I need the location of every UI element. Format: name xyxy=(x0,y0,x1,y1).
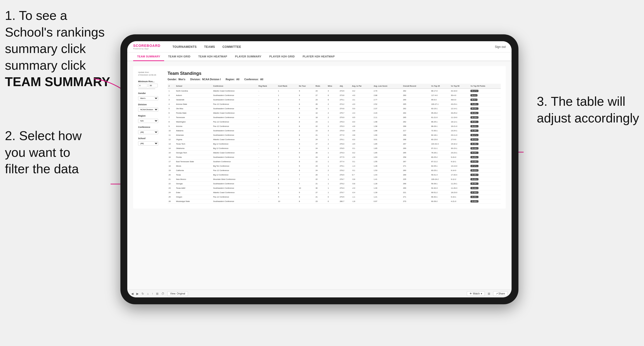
share-button[interactable]: ↗ Share xyxy=(493,291,508,296)
school-cell: Ole Miss xyxy=(175,107,212,111)
avg-low-cell: 2.37 xyxy=(373,107,402,111)
avg-par-cell: -5.1 xyxy=(351,168,372,173)
reg-rank-cell: - xyxy=(258,93,277,98)
subnav-player-h2h-heatmap[interactable]: PLAYER H2H HEATMAP xyxy=(299,52,339,61)
wins-cell: 2 xyxy=(327,124,338,129)
instruction-3-line2: adjust accordingly xyxy=(537,111,639,125)
rank-cell: 6 xyxy=(168,111,175,115)
conference-cell: Southeastern Conference xyxy=(212,98,258,102)
overall-cell: 260 xyxy=(402,93,430,98)
nav-tournaments[interactable]: TOURNAMENTS xyxy=(172,44,197,50)
points-cell: 53-18-0 xyxy=(470,146,501,151)
filter-conference-select[interactable]: (All) xyxy=(138,130,158,134)
reg-rank-cell: - xyxy=(258,124,277,129)
subnav-player-summary[interactable]: PLAYER SUMMARY xyxy=(231,52,265,61)
conference-cell: Big 12 Conference xyxy=(212,173,258,177)
adj-cell: 275.1 xyxy=(338,98,351,102)
adj-cell: 277.4 xyxy=(338,160,351,164)
avg-par-cell: -6.2 xyxy=(351,89,372,93)
conf-rank-cell: 1 xyxy=(277,102,298,107)
vs25-cell: 59-41-4 xyxy=(430,173,450,177)
no-tour-cell: 7 xyxy=(298,177,315,181)
no-tour-cell: 4 xyxy=(298,146,315,151)
reg-rank-cell: - xyxy=(258,155,277,160)
overall-cell: 268 xyxy=(402,124,430,129)
filter-region-select[interactable]: N/A xyxy=(138,119,158,123)
toolbar-share-small-icon[interactable]: ↑ xyxy=(152,292,153,296)
vs25-cell: 88-26-1 xyxy=(430,124,450,129)
school-cell: North Carolina xyxy=(175,89,212,93)
avg-par-cell: -1.8 xyxy=(351,199,372,204)
avg-low-cell: 1.86 xyxy=(373,129,402,133)
view-original-button[interactable]: View: Original xyxy=(167,291,188,296)
school-cell: Georgia Tech xyxy=(175,151,212,155)
toolbar-copy-icon[interactable]: ⊞ xyxy=(156,292,158,296)
filter-gender-label: Gender xyxy=(138,92,163,94)
table-row: 12VirginiaAtlantic Coast Conference-3824… xyxy=(168,137,501,142)
conf-rank-cell: 5 xyxy=(277,129,298,133)
rank-cell: 23 xyxy=(168,186,175,190)
rnds-cell: 23 xyxy=(314,164,327,168)
conference-cell: Southeastern Conference xyxy=(212,129,258,133)
wins-cell: 1 xyxy=(327,120,338,124)
toolbar-forward-icon[interactable]: ▶ xyxy=(136,292,138,296)
conf-rank-cell: 3 xyxy=(277,137,298,142)
avg-low-cell: 1.21 xyxy=(373,195,402,199)
vs25-cell: 87-21-2 xyxy=(430,160,450,164)
filter-gender-select[interactable]: Men's xyxy=(138,96,158,100)
vs50-cell: 30-4-0 xyxy=(450,93,470,98)
toolbar-home-icon[interactable]: ⌂ xyxy=(147,292,149,296)
content-area: Update time: 27/03/2024 16:56:26 Minimum… xyxy=(133,66,506,209)
filter-school-select[interactable]: (All) xyxy=(138,141,158,146)
overall-cell: 265 xyxy=(402,151,430,155)
toolbar-clock-icon[interactable]: ⏱ xyxy=(162,292,164,296)
sign-out-link[interactable]: Sign out xyxy=(495,45,506,49)
wins-cell: 1 xyxy=(327,133,338,137)
rank-cell: 7 xyxy=(168,115,175,120)
vs25-cell: 86-25-1 xyxy=(430,120,450,124)
subnav-team-h2h-heatmap[interactable]: TEAM H2H HEATMAP xyxy=(194,52,231,61)
rnds-cell: 18 xyxy=(314,107,327,111)
wins-cell: 2 xyxy=(327,168,338,173)
avg-par-cell: -1.1 xyxy=(351,195,372,199)
gender-value: Men's xyxy=(178,78,185,81)
rank-cell: 24 xyxy=(168,190,175,195)
conf-rank-cell: 6 xyxy=(277,133,298,137)
filter-max-input[interactable] xyxy=(148,84,158,87)
vs50-cell: 17-9-0 xyxy=(450,137,470,142)
reg-rank-cell: - xyxy=(258,142,277,146)
subnav-team-summary[interactable]: TEAM SUMMARY xyxy=(133,52,164,61)
subnav-team-h2h-grid[interactable]: TEAM H2H GRID xyxy=(164,52,194,61)
points-cell: 40-38-2 xyxy=(470,142,501,146)
nav-teams[interactable]: TEAMS xyxy=(204,44,215,50)
filter-division-select[interactable]: NCAA Division I xyxy=(138,108,158,112)
school-cell: Florida State xyxy=(175,111,212,115)
watch-button[interactable]: 👁 Watch ▾ xyxy=(467,291,485,296)
table-header-row: # School Conference Reg Rank Conf Rank N… xyxy=(168,84,501,89)
toolbar-back-icon[interactable]: ◀ xyxy=(131,292,134,296)
rank-cell: 15 xyxy=(168,151,175,155)
overall-cell: 258 xyxy=(402,155,430,160)
avg-par-cell: -9.5 xyxy=(351,115,372,120)
toolbar-refresh-icon[interactable]: ↻ xyxy=(142,292,144,296)
nav-committee[interactable]: COMMITTEE xyxy=(222,44,241,50)
table-row: 4Arizona StatePac-12 Conference-18262274… xyxy=(168,102,501,107)
adj-cell: 279.2 xyxy=(338,181,351,186)
points-cell: 33-38-4 xyxy=(470,173,501,177)
filter-slider[interactable] xyxy=(138,88,155,89)
avg-low-cell: 2.88 xyxy=(373,93,402,98)
points-cell: 60-29-2 xyxy=(470,111,501,115)
subnav-player-h2h-grid[interactable]: PLAYER H2H GRID xyxy=(265,52,299,61)
points-cell: 33-44-3 xyxy=(470,186,501,190)
avg-par-cell: -4.0 xyxy=(351,102,372,107)
col-rank: # xyxy=(168,84,175,89)
school-cell: Arizona xyxy=(175,124,212,129)
overall-cell: 271 xyxy=(402,164,430,168)
filter-min-input[interactable] xyxy=(138,84,148,87)
rnds-cell: 20 xyxy=(314,173,327,177)
vs50-cell: 43-23-1 xyxy=(450,102,470,107)
wins-cell: 2 xyxy=(327,142,338,146)
toolbar-grid-icon[interactable]: ⊞ xyxy=(488,292,490,296)
table-row: 13Texas TechBig 12 Conference-19272276.0… xyxy=(168,142,501,146)
rnds-cell: 21 xyxy=(314,133,327,137)
